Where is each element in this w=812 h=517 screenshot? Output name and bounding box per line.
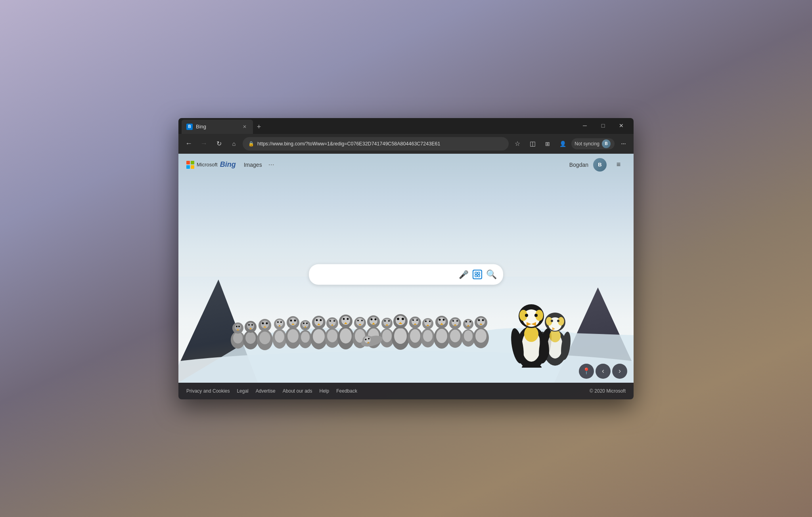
tab-title: Bing — [196, 124, 238, 130]
collections-button[interactable]: ◫ — [526, 137, 539, 150]
svg-point-79 — [382, 330, 392, 342]
new-tab-button[interactable]: + — [253, 121, 265, 133]
svg-point-97 — [412, 319, 414, 321]
forward-button[interactable]: → — [197, 137, 210, 150]
url-text: https://www.bing.com/?toWww=1&redig=C076… — [257, 141, 503, 147]
svg-point-51 — [327, 330, 337, 342]
mic-icon[interactable]: 🎤 — [459, 269, 469, 279]
footer-links: Privacy and Cookies Legal Advertise Abou… — [186, 388, 357, 394]
more-dots-link[interactable]: ··· — [268, 160, 274, 169]
tab-favicon: B — [186, 124, 193, 130]
svg-point-37 — [301, 332, 310, 343]
bing-footer: Privacy and Cookies Legal Advertise Abou… — [178, 383, 634, 399]
copyright: © 2020 Microsoft — [590, 388, 626, 394]
svg-point-77 — [375, 318, 377, 320]
svg-point-141 — [525, 314, 528, 317]
back-button[interactable]: ← — [182, 137, 195, 150]
hamburger-icon: ≡ — [617, 160, 621, 169]
svg-point-155 — [557, 320, 559, 322]
nav-bar: ← → ↻ ⌂ 🔒 https://www.bing.com/?toWww=1&… — [178, 134, 634, 154]
svg-point-20 — [262, 322, 264, 324]
favorites-button[interactable]: ☆ — [511, 137, 524, 150]
browser-tab[interactable]: B Bing ✕ — [182, 120, 253, 134]
feedback-link[interactable]: Feedback — [336, 388, 357, 394]
not-syncing-button[interactable]: Not syncing B — [571, 138, 615, 149]
svg-point-93 — [410, 329, 420, 343]
svg-point-49 — [320, 319, 322, 321]
nav-arrows: 📍 ‹ › — [579, 364, 627, 379]
svg-point-119 — [456, 320, 458, 322]
svg-point-112 — [443, 319, 445, 321]
address-bar[interactable]: 🔒 https://www.bing.com/?toWww=1&redig=C0… — [243, 137, 509, 151]
svg-point-14 — [251, 324, 253, 326]
svg-point-90 — [397, 318, 399, 320]
svg-point-34 — [290, 319, 292, 321]
title-bar: B Bing ✕ + ─ □ ✕ — [178, 118, 634, 134]
svg-point-91 — [402, 318, 404, 320]
svg-point-76 — [371, 318, 373, 320]
tab-close-icon[interactable]: ✕ — [241, 123, 248, 130]
svg-point-100 — [423, 330, 433, 342]
svg-point-105 — [429, 321, 431, 322]
search-box[interactable]: 🎤 🔍 — [309, 264, 503, 284]
svg-point-35 — [294, 319, 296, 321]
svg-point-154 — [551, 320, 553, 322]
svg-point-21 — [266, 322, 268, 324]
bing-nav: Images ··· — [244, 160, 274, 169]
visual-search-icon[interactable] — [473, 269, 482, 279]
home-button[interactable]: ⌂ — [228, 137, 240, 150]
refresh-button[interactable]: ↻ — [213, 137, 225, 150]
svg-point-136 — [524, 326, 538, 342]
maximize-button[interactable]: □ — [594, 119, 612, 132]
svg-point-56 — [333, 320, 335, 322]
svg-point-133 — [482, 319, 484, 321]
search-container: 🎤 🔍 — [309, 264, 503, 284]
svg-rect-166 — [475, 275, 477, 277]
location-button[interactable]: 📍 — [579, 364, 594, 379]
svg-point-86 — [394, 328, 407, 344]
svg-point-28 — [280, 321, 282, 323]
about-ads-link[interactable]: About our ads — [283, 388, 312, 394]
privacy-link[interactable]: Privacy and Cookies — [186, 388, 230, 394]
svg-point-48 — [316, 319, 318, 321]
svg-point-13 — [248, 324, 250, 326]
help-link[interactable]: Help — [320, 388, 329, 394]
bing-header-right: Bogdan B ≡ — [569, 158, 626, 172]
images-link[interactable]: Images — [244, 162, 262, 168]
lock-icon: 🔒 — [248, 141, 254, 147]
user-avatar[interactable]: B — [593, 158, 607, 172]
window-controls: ─ □ ✕ — [576, 119, 630, 132]
bing-menu-button[interactable]: ≡ — [611, 158, 626, 172]
more-button[interactable]: ··· — [617, 137, 630, 150]
not-syncing-label: Not syncing — [575, 141, 599, 147]
browser-content: Microsoft Bing Images ··· Bogdan B ≡ 🎤 — [178, 154, 634, 399]
search-input[interactable] — [315, 271, 455, 278]
close-button[interactable]: ✕ — [612, 119, 630, 132]
svg-point-27 — [277, 321, 279, 323]
svg-point-98 — [416, 319, 418, 321]
legal-link[interactable]: Legal — [237, 388, 248, 394]
svg-point-83 — [384, 320, 386, 322]
profile-button[interactable]: 👤 — [556, 137, 569, 150]
extensions-button[interactable]: ⊞ — [541, 137, 554, 150]
minimize-button[interactable]: ─ — [576, 119, 594, 132]
user-name[interactable]: Bogdan — [569, 162, 588, 168]
svg-point-42 — [306, 322, 308, 324]
next-button[interactable]: › — [612, 364, 627, 379]
svg-point-69 — [357, 320, 359, 321]
svg-rect-167 — [478, 275, 480, 277]
svg-point-107 — [436, 329, 447, 343]
browser-window: B Bing ✕ + ─ □ ✕ ← → ↻ ⌂ 🔒 https://www.b… — [178, 118, 634, 399]
prev-button[interactable]: ‹ — [596, 364, 611, 379]
svg-point-9 — [245, 332, 256, 344]
search-button[interactable]: 🔍 — [486, 269, 497, 279]
svg-point-104 — [425, 321, 427, 322]
ms-squares-icon — [186, 161, 194, 169]
advertise-link[interactable]: Advertise — [256, 388, 276, 394]
svg-point-62 — [343, 318, 345, 320]
svg-point-6 — [236, 326, 237, 327]
svg-point-7 — [238, 326, 240, 327]
bing-logo[interactable]: Microsoft Bing — [186, 160, 236, 169]
svg-point-2 — [233, 332, 243, 343]
svg-point-118 — [452, 320, 454, 322]
